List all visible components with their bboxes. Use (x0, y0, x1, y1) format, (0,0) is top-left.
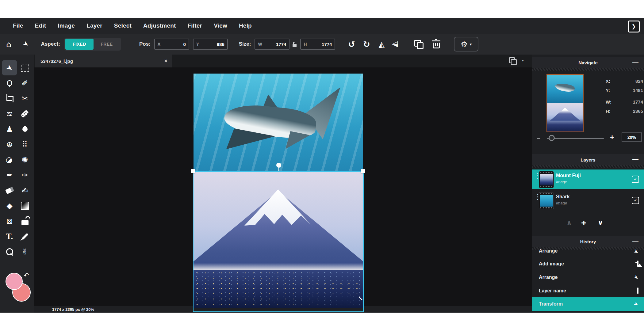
shark-layer-image[interactable] (194, 74, 363, 172)
pos-x-field[interactable]: X 0 (154, 39, 189, 50)
zoom-tool[interactable] (2, 244, 17, 259)
collapse-icon[interactable]: — (632, 58, 638, 65)
flip-vertical-icon[interactable]: ◭ (390, 41, 398, 47)
pixelate-tool[interactable]: ⊛ (2, 137, 17, 152)
visibility-checkbox[interactable]: ✓ (632, 176, 639, 183)
fill-tool[interactable]: ◆ (2, 198, 17, 213)
delete-icon[interactable] (433, 43, 440, 48)
tab-filename: 53473276_l.jpg (40, 59, 73, 64)
liquify-tool[interactable]: ≋ (2, 106, 17, 121)
rotate-left-icon[interactable]: ↺ (348, 40, 355, 48)
document-tab[interactable]: 53473276_l.jpg × (35, 55, 172, 67)
eraser-tool[interactable] (2, 183, 17, 198)
menu-layer[interactable]: Layer (86, 22, 102, 29)
history-step-arrange[interactable]: Arrange ➤ (532, 271, 644, 284)
nav-w-label: W: (606, 99, 611, 105)
transform-handle-top-right[interactable] (361, 169, 365, 173)
text-tool[interactable]: T. (2, 229, 17, 244)
menu-edit[interactable]: Edit (35, 22, 46, 29)
move-layer-up-icon[interactable]: ∧ (566, 219, 572, 226)
pen-tool[interactable]: ✒ (2, 167, 17, 183)
duplicate-icon[interactable] (414, 40, 421, 47)
rotation-handle[interactable] (276, 163, 281, 168)
layer-row-shark[interactable]: ⋮ Shark Image ✓ (532, 191, 644, 210)
h-label: H (304, 42, 307, 47)
canvas-area[interactable]: 1774 x 2365 px @ 20% (34, 67, 532, 313)
transform-handle-top-left[interactable] (191, 169, 195, 173)
transform-selection-border[interactable] (193, 171, 364, 312)
menu-filter[interactable]: Filter (188, 22, 202, 29)
history-step-arrange-clipped[interactable]: Arrange ➤ (532, 249, 644, 256)
wand-tool[interactable]: ✐ (17, 75, 33, 91)
move-layer-down-icon[interactable]: ∨ (598, 219, 603, 226)
navigator-thumbnail (546, 74, 584, 132)
menu-help[interactable]: Help (239, 22, 252, 29)
aspect-lock-icon[interactable] (293, 44, 297, 47)
menu-file[interactable]: File (13, 22, 23, 29)
lasso-tool[interactable]: Ϙ (2, 75, 17, 91)
detail-tool[interactable] (17, 121, 33, 137)
draw-tool[interactable]: ✑ (17, 167, 33, 183)
zoom-slider-knob[interactable] (549, 135, 555, 141)
disperse-tool[interactable]: ⠿ (17, 137, 33, 152)
layout-caret-icon[interactable]: ▾ (522, 59, 524, 62)
collapse-icon[interactable]: — (632, 237, 638, 244)
pos-y-field[interactable]: Y 986 (193, 39, 228, 50)
close-icon[interactable]: × (164, 58, 167, 64)
aspect-free-button[interactable]: FREE (94, 39, 120, 50)
menu-bar: File Edit Image Layer Select Adjustment … (0, 18, 644, 34)
document-dimensions: 1774 x 2365 px @ 20% (52, 307, 94, 312)
menu-select[interactable]: Select (114, 22, 132, 29)
zoom-value-field[interactable]: 20% (622, 132, 642, 142)
home-icon[interactable]: ⌂ (6, 40, 11, 48)
history-step-add-image[interactable]: Add image (532, 257, 644, 270)
size-h-field[interactable]: H 1774 (300, 39, 335, 50)
zoom-slider-track[interactable] (547, 138, 604, 139)
waves-icon: ≋ (6, 110, 13, 118)
replace-tool[interactable] (17, 213, 33, 229)
menu-image[interactable]: Image (58, 22, 75, 29)
collapse-icon[interactable]: — (632, 155, 638, 162)
swap-colors-icon[interactable]: ↷ (23, 272, 29, 279)
foreground-color-swatch[interactable] (6, 273, 23, 290)
chevron-right-icon: ❯ (631, 24, 636, 29)
menu-view[interactable]: View (214, 22, 227, 29)
history-step-layer-name[interactable]: Layer name (532, 284, 644, 297)
toning-tool[interactable]: ◑ (2, 152, 17, 167)
menu-adjustment[interactable]: Adjustment (143, 22, 176, 29)
list-icon (637, 287, 638, 294)
h-value: 1774 (322, 42, 332, 47)
layer-name: Shark (556, 194, 569, 200)
panel-divider (532, 68, 644, 71)
flip-horizontal-icon[interactable]: ◭ (379, 40, 385, 48)
layer-row-mount-fuji[interactable]: ⋮ Mount Fuji Image ✓ (532, 169, 644, 189)
hand-tool[interactable]: ✌ (17, 244, 33, 259)
shark-thumb-image (540, 195, 553, 207)
zoom-out-button[interactable]: – (537, 134, 540, 141)
tool-sidebar: ➤ Ϙ ✐ ✂ ≋ ♟ ⊛ ⠿ ◑ ✺ ✒ ✑ ✍ ◆ ⊠ (0, 55, 34, 313)
thumbnail-shark-half (547, 75, 583, 103)
zoom-in-button[interactable]: + (610, 133, 614, 142)
size-w-field[interactable]: W 1774 (255, 39, 289, 50)
clone-tool[interactable]: ♟ (2, 121, 17, 137)
cutout-tool[interactable]: ✂ (17, 91, 33, 106)
settings-dropdown-button[interactable]: ⚙ ▾ (454, 37, 478, 51)
picker-tool[interactable] (17, 229, 33, 244)
rotate-right-icon[interactable]: ↻ (363, 40, 370, 48)
arrange-tool[interactable]: ➤ (2, 60, 17, 75)
add-layer-icon[interactable]: + (581, 218, 587, 228)
heal-tool[interactable] (17, 106, 33, 121)
crop-tool[interactable] (2, 91, 17, 106)
window-layout-icon[interactable] (509, 57, 515, 63)
sharpen-tool[interactable]: ✺ (17, 152, 33, 167)
marquee-tool[interactable] (17, 60, 33, 75)
gradient-tool[interactable] (17, 198, 33, 213)
aspect-fixed-button[interactable]: FIXED (65, 39, 94, 50)
shape-tool[interactable]: ⊠ (2, 213, 17, 229)
smudge-tool[interactable]: ✍ (17, 183, 33, 198)
history-step-transform[interactable]: Transform ➤ (532, 297, 644, 311)
nav-h-value: 2365 (615, 108, 643, 114)
expand-panel-button[interactable]: ❯ (628, 21, 640, 32)
nav-x-label: X: (606, 78, 610, 84)
visibility-checkbox[interactable]: ✓ (632, 197, 639, 204)
